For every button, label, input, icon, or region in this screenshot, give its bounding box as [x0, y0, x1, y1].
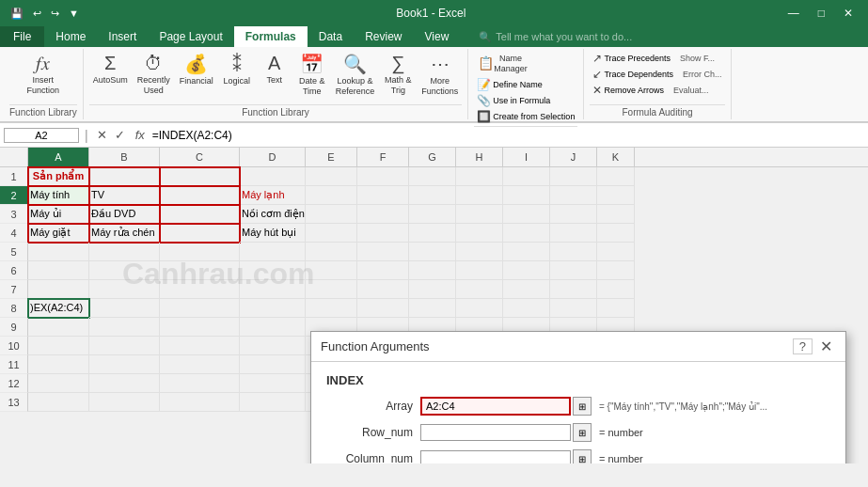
cell-d4[interactable]: Máy hút bụi: [240, 224, 306, 243]
name-box[interactable]: [4, 128, 79, 143]
array-ref-button[interactable]: ⊞: [573, 397, 592, 416]
cell-i4[interactable]: [503, 224, 550, 243]
create-from-selection-button[interactable]: 🔲 Create from Selection: [474, 109, 577, 124]
cell-d13[interactable]: [240, 393, 306, 412]
row-num-input[interactable]: [420, 424, 571, 441]
col-header-b[interactable]: B: [89, 148, 160, 166]
cell-b13[interactable]: [89, 393, 160, 412]
cell-g2[interactable]: [409, 186, 456, 205]
cell-d3[interactable]: Nồi cơm điện: [240, 205, 306, 224]
cell-a8[interactable]: )EX(A2:C4): [28, 299, 89, 318]
cell-d7[interactable]: [240, 280, 306, 299]
redo-icon[interactable]: ↪: [48, 6, 62, 22]
cell-c3[interactable]: [160, 205, 240, 224]
cell-h8[interactable]: [456, 299, 503, 318]
cell-e6[interactable]: [306, 261, 357, 280]
cell-c13[interactable]: [160, 393, 240, 412]
cell-i3[interactable]: [503, 205, 550, 224]
function-arguments-dialog[interactable]: Function Arguments ? ✕ INDEX Array ⊞ = {…: [310, 331, 846, 463]
cell-k1[interactable]: [597, 167, 635, 186]
cell-c10[interactable]: [160, 337, 240, 355]
cell-h5[interactable]: [456, 243, 503, 261]
cell-b8[interactable]: [89, 299, 160, 318]
cell-j5[interactable]: [550, 243, 597, 261]
cell-h4[interactable]: [456, 224, 503, 243]
text-button[interactable]: A Text: [257, 51, 292, 87]
cell-j6[interactable]: [550, 261, 597, 280]
tab-view[interactable]: View: [414, 26, 461, 47]
cell-i8[interactable]: [503, 299, 550, 318]
cell-k8[interactable]: [597, 299, 635, 318]
col-header-e[interactable]: E: [306, 148, 357, 166]
use-in-formula-button[interactable]: 📎 Use in Formula: [474, 93, 553, 108]
cell-d9[interactable]: [240, 318, 306, 337]
col-header-i[interactable]: I: [503, 148, 550, 166]
cell-k5[interactable]: [597, 243, 635, 261]
cell-j7[interactable]: [550, 280, 597, 299]
cell-c2[interactable]: [160, 186, 240, 205]
tab-page-layout[interactable]: Page Layout: [148, 26, 233, 47]
col-header-j[interactable]: J: [550, 148, 597, 166]
cell-e3[interactable]: [306, 205, 357, 224]
col-header-c[interactable]: C: [160, 148, 240, 166]
close-button[interactable]: ✕: [836, 5, 860, 22]
cell-b4[interactable]: Máy rửa chén: [89, 224, 160, 243]
cell-b6[interactable]: [89, 261, 160, 280]
cell-k3[interactable]: [597, 205, 635, 224]
trace-dependents-button[interactable]: ↙ Trace Dependents Error Ch...: [590, 67, 724, 82]
cell-e2[interactable]: [306, 186, 357, 205]
recently-used-button[interactable]: ⏱ RecentlyUsed: [134, 51, 174, 98]
cell-e8[interactable]: [306, 299, 357, 318]
cell-c7[interactable]: [160, 280, 240, 299]
define-name-button[interactable]: 📝 Define Name: [474, 77, 545, 92]
cell-d2[interactable]: Máy lạnh: [240, 186, 306, 205]
col-header-k[interactable]: K: [597, 148, 635, 166]
cell-a4[interactable]: Máy giặt: [28, 224, 89, 243]
cell-b11[interactable]: [89, 355, 160, 374]
cell-j1[interactable]: [550, 167, 597, 186]
cell-e4[interactable]: [306, 224, 357, 243]
col-header-h[interactable]: H: [456, 148, 503, 166]
cell-d6[interactable]: [240, 261, 306, 280]
cell-f7[interactable]: [357, 280, 409, 299]
cell-f6[interactable]: [357, 261, 409, 280]
cell-h6[interactable]: [456, 261, 503, 280]
cell-c12[interactable]: [160, 374, 240, 393]
cell-h3[interactable]: [456, 205, 503, 224]
tab-formulas[interactable]: Formulas: [234, 26, 308, 47]
financial-button[interactable]: 💰 Financial: [176, 51, 217, 88]
cell-k4[interactable]: [597, 224, 635, 243]
cell-a7[interactable]: [28, 280, 89, 299]
cell-a11[interactable]: [28, 355, 89, 374]
cell-a6[interactable]: [28, 261, 89, 280]
cell-h1[interactable]: [456, 167, 503, 186]
cell-d12[interactable]: [240, 374, 306, 393]
tab-home[interactable]: Home: [44, 26, 97, 47]
insert-function-button[interactable]: 𝑓𝑥 InsertFunction: [24, 51, 64, 98]
cell-j4[interactable]: [550, 224, 597, 243]
cell-j2[interactable]: [550, 186, 597, 205]
cell-j8[interactable]: [550, 299, 597, 318]
formula-input[interactable]: [152, 129, 864, 142]
cell-i7[interactable]: [503, 280, 550, 299]
row-num-ref-button[interactable]: ⊞: [573, 423, 592, 442]
cell-b12[interactable]: [89, 374, 160, 393]
cell-b5[interactable]: [89, 243, 160, 261]
cell-f5[interactable]: [357, 243, 409, 261]
cell-c5[interactable]: [160, 243, 240, 261]
cell-i5[interactable]: [503, 243, 550, 261]
cell-g1[interactable]: [409, 167, 456, 186]
undo-icon[interactable]: ↩: [30, 6, 44, 22]
cell-g8[interactable]: [409, 299, 456, 318]
cell-d1[interactable]: [240, 167, 306, 186]
cell-g4[interactable]: [409, 224, 456, 243]
cell-d5[interactable]: [240, 243, 306, 261]
col-header-d[interactable]: D: [240, 148, 306, 166]
customize-icon[interactable]: ▼: [66, 6, 82, 21]
cell-i1[interactable]: [503, 167, 550, 186]
cell-b2[interactable]: TV: [89, 186, 160, 205]
col-header-f[interactable]: F: [357, 148, 409, 166]
cell-b3[interactable]: Đầu DVD: [89, 205, 160, 224]
lookup-reference-button[interactable]: 🔍 Lookup &Reference: [332, 51, 379, 99]
cell-c6[interactable]: [160, 261, 240, 280]
